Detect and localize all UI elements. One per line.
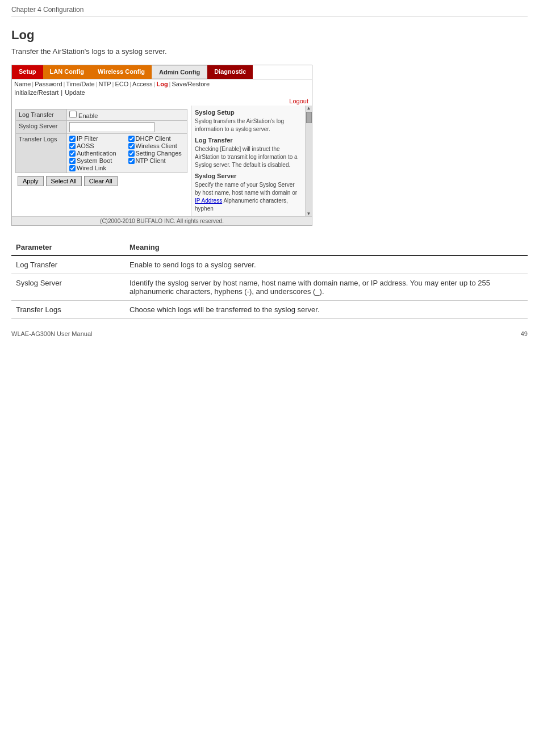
subnav-ntp[interactable]: NTP xyxy=(99,81,111,87)
footer-right: 49 xyxy=(521,330,528,337)
syslog-setup-text: Syslog transfers the AirStation's log in… xyxy=(195,117,302,133)
table-row: Transfer Logs IP Filter DHCP Client xyxy=(16,134,187,173)
table-row: Transfer Logs Choose which logs will be … xyxy=(11,301,528,319)
table-row: Log Transfer Enable to send logs to a sy… xyxy=(11,255,528,274)
router-ui-footer: (C)2000-2010 BUFFALO INC. All rights res… xyxy=(12,216,312,225)
select-all-button[interactable]: Select All xyxy=(46,176,82,186)
logout-link[interactable]: Logout xyxy=(289,98,308,104)
chapter-header: Chapter 4 Configuration xyxy=(11,6,528,16)
syslog-server-desc: Specify the name of your Syslog Server b… xyxy=(195,181,302,213)
sub-nav: Name | Password | Time/Date | NTP | ECO … xyxy=(12,79,312,89)
log-transfer-value: Enable xyxy=(67,110,187,121)
param-name: Transfer Logs xyxy=(11,301,125,319)
subnav-timedate[interactable]: Time/Date xyxy=(66,81,94,87)
tab-setup[interactable]: Setup xyxy=(12,65,43,79)
authentication-checkbox[interactable] xyxy=(69,150,76,157)
param-name: Syslog Server xyxy=(11,274,125,301)
header-meaning: Meaning xyxy=(125,240,528,255)
ip-address-link[interactable]: IP Address xyxy=(195,198,222,204)
params-table-header: Parameter Meaning xyxy=(11,240,528,255)
tab-admin-config[interactable]: Admin Config xyxy=(152,65,207,79)
subnav-eco[interactable]: ECO xyxy=(115,81,128,87)
checkbox-aoss: AOSS xyxy=(69,142,126,149)
scroll-up-arrow[interactable]: ▲ xyxy=(307,106,311,111)
router-ui-screenshot: Setup LAN Config Wireless Config Admin C… xyxy=(11,65,312,226)
form-table: Log Transfer Enable Syslog Server xyxy=(15,109,187,173)
setting-changes-checkbox[interactable] xyxy=(128,150,135,157)
param-meaning: Identify the syslog server by host name,… xyxy=(125,274,528,301)
tab-wireless-config[interactable]: Wireless Config xyxy=(91,65,152,79)
checkbox-ip-filter: IP Filter xyxy=(69,135,126,142)
syslog-setup-title: Syslog Setup xyxy=(195,109,302,116)
apply-button[interactable]: Apply xyxy=(18,176,44,186)
transfer-logs-label: Transfer Logs xyxy=(16,134,67,173)
footer-left: WLAE-AG300N User Manual xyxy=(11,330,92,337)
ntp-client-checkbox[interactable] xyxy=(128,158,135,164)
system-boot-checkbox[interactable] xyxy=(69,158,76,164)
syslog-server-value xyxy=(67,121,187,134)
checkbox-ntp-client: NTP Client xyxy=(128,157,185,164)
table-row: Syslog Server xyxy=(16,121,187,134)
subnav2-update[interactable]: Update xyxy=(65,89,85,96)
subnav-saverestore[interactable]: Save/Restore xyxy=(172,81,210,87)
param-name: Log Transfer xyxy=(11,255,125,274)
subnav-password[interactable]: Password xyxy=(35,81,62,87)
param-meaning: Enable to send logs to a syslog server. xyxy=(125,255,528,274)
wireless-client-checkbox[interactable] xyxy=(128,143,135,149)
checkbox-grid: IP Filter DHCP Client AOSS xyxy=(69,135,185,171)
aoss-checkbox[interactable] xyxy=(69,143,76,149)
log-transfer-label: Log Transfer xyxy=(16,110,67,121)
wired-link-checkbox[interactable] xyxy=(69,165,76,171)
checkbox-wireless-client: Wireless Client xyxy=(128,142,185,149)
tab-diagnostic[interactable]: Diagnostic xyxy=(207,65,253,79)
log-transfer-enable-label: Enable xyxy=(78,112,98,119)
page-title: Log xyxy=(11,28,528,43)
right-panel: Syslog Setup Syslog transfers the AirSta… xyxy=(191,106,305,216)
checkbox-system-boot: System Boot xyxy=(69,157,126,164)
log-transfer-checkbox[interactable] xyxy=(69,111,77,118)
tab-lan-config[interactable]: LAN Config xyxy=(43,65,91,79)
scrollbar[interactable]: ▲ ▼ xyxy=(305,106,312,216)
param-meaning: Choose which logs will be transferred to… xyxy=(125,301,528,319)
header-parameter: Parameter xyxy=(11,240,125,255)
table-row: Syslog Server Identify the syslog server… xyxy=(11,274,528,301)
scroll-down-arrow[interactable]: ▼ xyxy=(307,212,311,216)
form-area: Log Transfer Enable Syslog Server xyxy=(12,106,191,216)
logout-bar: Logout xyxy=(12,96,312,106)
checkbox-wired-link: Wired Link xyxy=(69,165,126,171)
subnav-name[interactable]: Name xyxy=(14,81,31,87)
log-transfer-desc: Checking [Enable] will instruct the AirS… xyxy=(195,145,302,169)
subnav-access[interactable]: Access xyxy=(132,81,152,87)
checkbox-authentication: Authentication xyxy=(69,150,126,157)
subnav2-initialize[interactable]: Initialize/Restart xyxy=(14,89,59,96)
syslog-server-title: Syslog Server xyxy=(195,173,302,179)
button-row: Apply Select All Clear All xyxy=(15,173,187,189)
log-transfer-title: Log Transfer xyxy=(195,137,302,144)
ip-filter-checkbox[interactable] xyxy=(69,136,76,142)
page-footer: WLAE-AG300N User Manual 49 xyxy=(11,330,528,337)
checkbox-setting-changes: Setting Changes xyxy=(128,150,185,157)
params-table: Parameter Meaning Log Transfer Enable to… xyxy=(11,240,528,319)
nav-tabs-top: Setup LAN Config Wireless Config Admin C… xyxy=(12,65,312,79)
subnav-log[interactable]: Log xyxy=(156,81,168,87)
table-row: Log Transfer Enable xyxy=(16,110,187,121)
section-description: Transfer the AirStation's logs to a sysl… xyxy=(11,47,528,56)
clear-all-button[interactable]: Clear All xyxy=(84,176,118,186)
checkbox-dhcp-client: DHCP Client xyxy=(128,135,185,142)
sub-nav2: Initialize/Restart | Update xyxy=(12,89,312,96)
syslog-server-input[interactable] xyxy=(69,122,154,132)
ui-body: Log Transfer Enable Syslog Server xyxy=(12,106,312,216)
transfer-logs-value: IP Filter DHCP Client AOSS xyxy=(67,134,187,173)
dhcp-client-checkbox[interactable] xyxy=(128,136,135,142)
scroll-thumb[interactable] xyxy=(306,112,312,123)
right-panel-container: Syslog Setup Syslog transfers the AirSta… xyxy=(191,106,312,216)
syslog-server-label: Syslog Server xyxy=(16,121,67,134)
